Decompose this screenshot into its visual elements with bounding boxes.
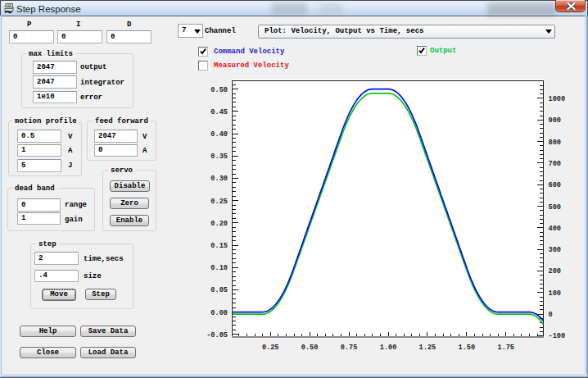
svg-text:200: 200 — [549, 267, 561, 276]
svg-text:-100: -100 — [549, 332, 566, 340]
svg-text:0.25: 0.25 — [210, 198, 228, 206]
svg-text:800: 800 — [549, 139, 561, 147]
svg-text:300: 300 — [549, 246, 561, 254]
svg-text:0.50: 0.50 — [301, 344, 319, 352]
svg-text:0.05: 0.05 — [210, 286, 228, 294]
svg-text:0.35: 0.35 — [210, 153, 228, 161]
svg-text:1.25: 1.25 — [419, 344, 436, 352]
svg-text:0.20: 0.20 — [210, 220, 228, 228]
svg-text:0.40: 0.40 — [210, 130, 228, 139]
svg-text:0.50: 0.50 — [210, 86, 228, 94]
svg-text:600: 600 — [549, 181, 561, 189]
svg-text:0.10: 0.10 — [210, 264, 228, 272]
svg-text:100: 100 — [549, 289, 561, 298]
svg-text:900: 900 — [549, 116, 561, 125]
svg-text:0.00: 0.00 — [210, 309, 228, 317]
svg-text:1000: 1000 — [549, 95, 566, 103]
svg-text:1.00: 1.00 — [380, 344, 397, 352]
svg-text:1.50: 1.50 — [458, 344, 475, 352]
svg-text:0: 0 — [549, 311, 553, 319]
svg-text:0.75: 0.75 — [341, 344, 358, 352]
svg-text:1.75: 1.75 — [497, 344, 514, 352]
svg-text:0.15: 0.15 — [210, 242, 228, 250]
svg-text:-0.05: -0.05 — [206, 331, 228, 339]
svg-text:500: 500 — [549, 203, 561, 212]
svg-text:0.30: 0.30 — [210, 175, 228, 183]
svg-text:0.25: 0.25 — [262, 344, 279, 352]
svg-text:0.45: 0.45 — [210, 108, 228, 116]
svg-text:700: 700 — [549, 160, 561, 168]
svg-text:400: 400 — [549, 225, 561, 233]
